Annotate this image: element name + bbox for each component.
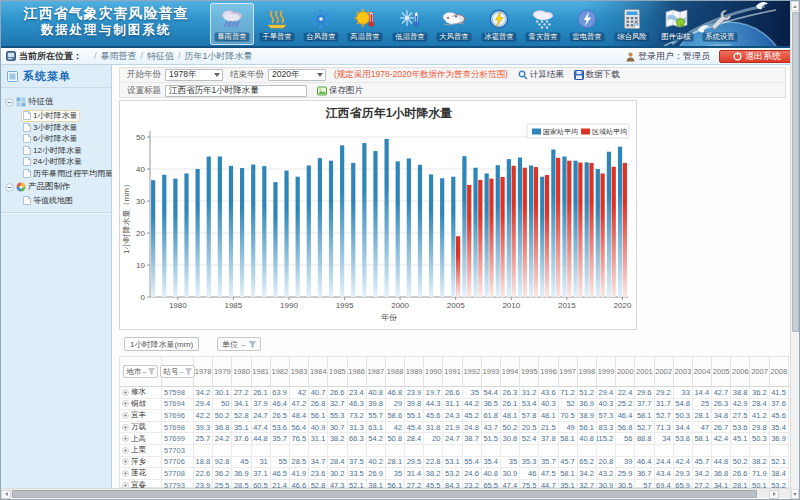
expand-icon[interactable]: [122, 412, 129, 419]
document-icon: [23, 196, 31, 205]
expand-icon[interactable]: [122, 389, 129, 396]
year-column-header-1981[interactable]: 1981: [252, 357, 271, 386]
tree-group-1[interactable]: 特征值: [5, 96, 111, 108]
year-column-header-2005[interactable]: 2005: [712, 357, 731, 386]
city-filter-control[interactable]: 地市–: [123, 365, 157, 378]
expand-icon[interactable]: [122, 447, 129, 454]
table-row-上高[interactable]: 上高5769925.724.237.6144.835.776.531.138.2…: [120, 433, 790, 445]
dataset-tab[interactable]: 1小时降水量(mm): [124, 337, 199, 351]
tree-item-1-2[interactable]: 3小时降水量: [21, 122, 80, 134]
year-column-header-1980[interactable]: 1980: [232, 357, 251, 386]
vertical-scroll-thumb[interactable]: [792, 12, 799, 332]
nav-item-10[interactable]: 综合风险: [610, 3, 654, 45]
year-column-header-2008[interactable]: 2008: [770, 357, 789, 386]
unit-filter[interactable]: 单位 –: [217, 337, 260, 351]
nav-item-4[interactable]: 高温普查: [343, 3, 387, 45]
tree-item-1-3[interactable]: 6小时降水量: [21, 133, 80, 145]
table-row-万载[interactable]: 万载5769839.336.835.147.453.656.440.930.73…: [120, 422, 790, 434]
breadcrumb-separator: /: [178, 51, 181, 61]
data-download-button[interactable]: 数据下载: [574, 69, 620, 81]
table-row-萍乡[interactable]: 萍乡5770618.892.845315528.534.728.437.540.…: [120, 457, 790, 469]
year-column-header-1979[interactable]: 1979: [213, 357, 232, 386]
year-column-header-1983[interactable]: 1983: [290, 357, 309, 386]
horizontal-scrollbar[interactable]: [1, 488, 790, 498]
nav-item-5[interactable]: 低温普查: [388, 3, 432, 45]
year-column-header-1989[interactable]: 1989: [405, 357, 424, 386]
year-column-header-2003[interactable]: 2003: [674, 357, 693, 386]
nav-item-1[interactable]: 暴雨普查: [210, 3, 254, 45]
year-column-header-1993[interactable]: 1993: [482, 357, 501, 386]
tree-item-1-4[interactable]: 12小时降水量: [21, 145, 85, 157]
value-cell: 27.2: [693, 480, 712, 488]
horizontal-scroll-thumb[interactable]: [12, 490, 757, 498]
expand-icon[interactable]: [122, 400, 129, 407]
nav-item-3[interactable]: 台风普查: [299, 3, 343, 45]
start-year-select[interactable]: 1978年: [165, 69, 223, 81]
year-column-header-1984[interactable]: 1984: [309, 357, 328, 386]
scroll-up-button[interactable]: [791, 1, 799, 11]
year-column-header-2006[interactable]: 2006: [731, 357, 750, 386]
year-column-header-1999[interactable]: 1999: [597, 357, 616, 386]
nav-item-11[interactable]: 图件审核: [654, 3, 698, 45]
table-row-修水[interactable]: 修水5759834.230.127.226.163.94240.726.623.…: [120, 387, 790, 399]
tree-item-2-1[interactable]: 等值线地图: [21, 195, 76, 207]
year-column-header-1985[interactable]: 1985: [328, 357, 347, 386]
chart-title-input[interactable]: 江西省历年1小时降水量: [165, 85, 307, 97]
breadcrumb-item-3[interactable]: 历年1小时降水量: [185, 50, 253, 63]
nav-item-9[interactable]: 雷电普查: [565, 3, 609, 45]
expand-icon[interactable]: [122, 435, 129, 442]
expand-icon[interactable]: [122, 424, 129, 431]
tree-item-1-6[interactable]: 历年暴雨过程平均雨量: [21, 168, 111, 180]
year-column-header-1982[interactable]: 1982: [271, 357, 290, 386]
table-row-上栗[interactable]: 上栗57703: [120, 445, 790, 457]
year-column-header-1990[interactable]: 1990: [424, 357, 443, 386]
year-column-header-1992[interactable]: 1992: [463, 357, 482, 386]
year-column-header-1998[interactable]: 1998: [578, 357, 597, 386]
year-column-header-1996[interactable]: 1996: [539, 357, 558, 386]
year-column-header-1995[interactable]: 1995: [520, 357, 539, 386]
nav-item-8[interactable]: 雪灾普查: [521, 3, 565, 45]
year-column-header-2000[interactable]: 2000: [616, 357, 635, 386]
nav-item-6[interactable]: 大风普查: [432, 3, 476, 45]
year-column-header-2001[interactable]: 2001: [635, 357, 654, 386]
year-column-header-1994[interactable]: 1994: [501, 357, 520, 386]
value-cell: 30.8: [501, 433, 520, 444]
year-column-header-2004[interactable]: 2004: [693, 357, 712, 386]
expand-icon[interactable]: [122, 458, 129, 465]
year-column-header-1986[interactable]: 1986: [348, 357, 367, 386]
tree-item-1-1[interactable]: 1小时降水量: [21, 110, 80, 122]
save-image-button[interactable]: 保存图片: [317, 85, 363, 97]
table-row-铜鼓[interactable]: 铜鼓5769429.45034.137.946.447.226.832.746.…: [120, 399, 790, 411]
year-column-header-1997[interactable]: 1997: [559, 357, 578, 386]
vertical-scrollbar[interactable]: [790, 1, 799, 499]
scroll-left-button[interactable]: [1, 490, 11, 499]
table-row-莲花[interactable]: 莲花5770822.636.236.937.146.541.923.630.23…: [120, 468, 790, 480]
breadcrumb-item-2[interactable]: 特征值: [147, 50, 174, 63]
table-row-宜丰[interactable]: 宜丰5769642.250.252.824.726.548.456.155.37…: [120, 410, 790, 422]
table-row-宜春[interactable]: 宜春5779323.925.528.560.521.446.652.847.35…: [120, 480, 790, 488]
year-column-header-2002[interactable]: 2002: [655, 357, 674, 386]
breadcrumb-item-1[interactable]: 暴雨普查: [101, 50, 137, 63]
expand-icon[interactable]: [122, 470, 129, 477]
nav-item-12[interactable]: 系统设置: [698, 3, 742, 45]
year-column-header-2007[interactable]: 2007: [750, 357, 769, 386]
icon-graphic: [23, 196, 31, 205]
calc-result-button[interactable]: 计算结果: [518, 69, 564, 81]
nav-item-7[interactable]: 冰雹普查: [476, 3, 520, 45]
end-year-select[interactable]: 2020年: [268, 69, 326, 81]
collapse-toggle-icon[interactable]: [5, 183, 14, 192]
collapse-toggle-icon[interactable]: [5, 98, 14, 107]
station-filter-control[interactable]: 站号–: [160, 365, 194, 378]
scroll-right-button[interactable]: [769, 490, 779, 499]
year-column-header-1991[interactable]: 1991: [443, 357, 462, 386]
value-cell: 42.2: [194, 410, 213, 421]
scroll-down-button[interactable]: [791, 489, 799, 499]
tree-item-1-5[interactable]: 24小时降水量: [21, 156, 85, 168]
nav-item-2[interactable]: 干旱普查: [254, 3, 298, 45]
tree-group-2[interactable]: 产品图制作: [5, 181, 111, 193]
year-column-header-1987[interactable]: 1987: [367, 357, 386, 386]
value-cell: 18.8: [194, 457, 213, 468]
year-column-header-1988[interactable]: 1988: [386, 357, 405, 386]
logout-button[interactable]: 退出系统: [719, 50, 795, 63]
year-column-header-1978[interactable]: 1978: [194, 357, 213, 386]
